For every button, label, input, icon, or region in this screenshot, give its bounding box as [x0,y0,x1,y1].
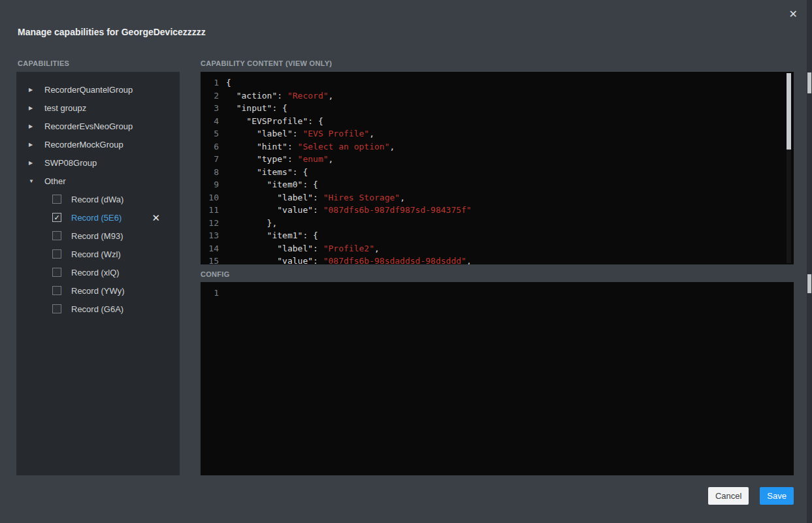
capability-item-label: Record (xlQ) [71,268,120,277]
dialog-footer: Cancel Save [708,487,794,505]
capability-content-code: 1{2 "action": "Record",3 "input": {4 "EV… [201,72,794,264]
dialog-title: Manage capabilities for GeorgeDevicezzzz… [18,27,206,37]
code-line: 9 "item0": { [201,178,794,191]
capability-checkbox[interactable] [52,195,61,204]
tree-group-other[interactable]: ▼Other [16,172,180,190]
capability-checkbox[interactable] [52,268,61,277]
line-number: 14 [201,242,219,255]
code-line-text: "type": "enum", [226,153,333,166]
capability-item-record-ywy[interactable]: Record (YWy) [16,281,180,300]
config-header: CONFIG [201,270,230,278]
tree-group-label: RecorderQuantelGroup [44,85,133,95]
line-number: 6 [201,140,219,153]
chevron-right-icon[interactable]: ▶ [29,87,44,93]
chevron-down-icon[interactable]: ▼ [29,178,44,184]
scrollbar-thumb[interactable] [807,274,811,293]
line-number: 4 [201,115,219,128]
capability-checkbox[interactable] [52,286,61,295]
capability-checkbox[interactable] [52,231,61,240]
tree-group-recorderquantelgroup[interactable]: ▶RecorderQuantelGroup [16,80,180,99]
code-line-text: "action": "Record", [226,89,333,103]
config-editor[interactable]: 1 [201,282,794,475]
config-code: 1 [201,282,794,300]
code-line-text: "value": "087dfs6b-98sdaddsd-98dsddd", [226,255,472,264]
cancel-button[interactable]: Cancel [708,487,749,505]
code-line: 6 "hint": "Select an option", [201,140,794,153]
code-line: 8 "items": { [201,166,794,179]
code-line: 14 "label": "Profile2", [201,242,794,255]
capability-checkbox[interactable]: ✓ [52,213,61,222]
code-line-text: "hint": "Select an option", [226,140,395,153]
capability-item-label: Record (YWy) [71,286,125,296]
window-scrollbar[interactable] [807,0,812,523]
capability-item-record-wzl[interactable]: Record (Wzl) [16,245,180,263]
code-line: 1 [201,287,794,300]
capability-item-record-m93[interactable]: Record (M93) [16,227,180,245]
code-line-text: "value": "087dfs6b-987df987sd-984375f" [226,204,472,217]
editor-scrollbar[interactable] [787,73,791,263]
capability-checkbox[interactable] [52,304,61,313]
save-button[interactable]: Save [760,487,794,505]
code-line: 7 "type": "enum", [201,153,794,166]
code-line: 5 "label": "EVS Profile", [201,127,794,140]
code-line: 11 "value": "087dfs6b-987df987sd-984375f… [201,204,794,217]
capabilities-tree: ▶RecorderQuantelGroup▶test groupz▶Record… [16,72,180,318]
line-number: 13 [201,229,219,242]
capability-checkbox[interactable] [52,249,61,259]
code-line: 15 "value": "087dfs6b-98sdaddsd-98dsddd"… [201,255,794,264]
line-number: 7 [201,153,219,166]
capability-item-label: Record (dWa) [71,195,123,204]
line-number: 2 [201,89,219,103]
tree-group-recordermockgroup[interactable]: ▶RecorderMockGroup [16,135,180,153]
manage-capabilities-dialog: ✕ Manage capabilities for GeorgeDevicezz… [0,0,812,523]
tree-group-label: RecorderEvsNeoGroup [44,121,133,131]
line-number: 9 [201,178,219,191]
tree-group-swp08group[interactable]: ▶SWP08Group [16,153,180,172]
capability-item-record-5e6[interactable]: ✓Record (5E6)✕ [16,208,180,227]
capability-item-record-dwa[interactable]: Record (dWa) [16,190,180,208]
chevron-right-icon[interactable]: ▶ [29,105,44,111]
capability-item-label: Record (G6A) [71,304,123,314]
tree-group-test-groupz[interactable]: ▶test groupz [16,99,180,117]
capability-item-record-xlq[interactable]: Record (xlQ) [16,263,180,281]
tree-group-recorderevsneogroup[interactable]: ▶RecorderEvsNeoGroup [16,117,180,135]
code-line-text: "EVSProfile": { [226,115,323,128]
code-line-text: "input": { [226,102,287,115]
capability-item-label: Record (Wzl) [71,249,121,259]
capability-content-header: CAPABILITY CONTENT (VIEW ONLY) [201,59,332,67]
line-number: 15 [201,255,219,264]
capability-content-editor[interactable]: 1{2 "action": "Record",3 "input": {4 "EV… [201,72,794,264]
tree-group-label: test groupz [44,103,86,113]
chevron-right-icon[interactable]: ▶ [29,160,44,166]
close-icon[interactable]: ✕ [789,9,798,20]
code-line: 3 "input": { [201,102,794,115]
code-line: 2 "action": "Record", [201,89,794,103]
capabilities-panel: ▶RecorderQuantelGroup▶test groupz▶Record… [16,72,180,475]
scrollbar-thumb[interactable] [807,72,811,93]
line-number: 1 [201,287,219,300]
remove-capability-icon[interactable]: ✕ [152,213,160,223]
code-line: 13 "item1": { [201,229,794,242]
tree-group-label: RecorderMockGroup [44,140,123,150]
line-number: 3 [201,102,219,115]
code-line-text: "label": "EVS Profile", [226,127,374,140]
line-number: 10 [201,191,219,204]
chevron-right-icon[interactable]: ▶ [29,123,44,129]
code-line: 4 "EVSProfile": { [201,115,794,128]
chevron-right-icon[interactable]: ▶ [29,142,44,148]
code-line-text: "label": "Profile2", [226,242,380,255]
capability-item-record-g6a[interactable]: Record (G6A) [16,300,180,318]
code-line-text: }, [226,217,277,230]
code-line-text: "item0": { [226,178,318,191]
code-line: 10 "label": "Hires Storage", [201,191,794,204]
code-line-text: { [226,76,231,89]
code-line-text: "items": { [226,166,308,179]
line-number: 1 [201,76,219,89]
line-number: 8 [201,166,219,179]
line-number: 5 [201,127,219,140]
editor-scrollbar-thumb[interactable] [787,73,791,150]
tree-group-label: Other [44,176,66,186]
capability-item-label: Record (5E6) [71,213,122,223]
capabilities-header: CAPABILITIES [18,59,69,67]
capability-item-label: Record (M93) [71,231,123,241]
